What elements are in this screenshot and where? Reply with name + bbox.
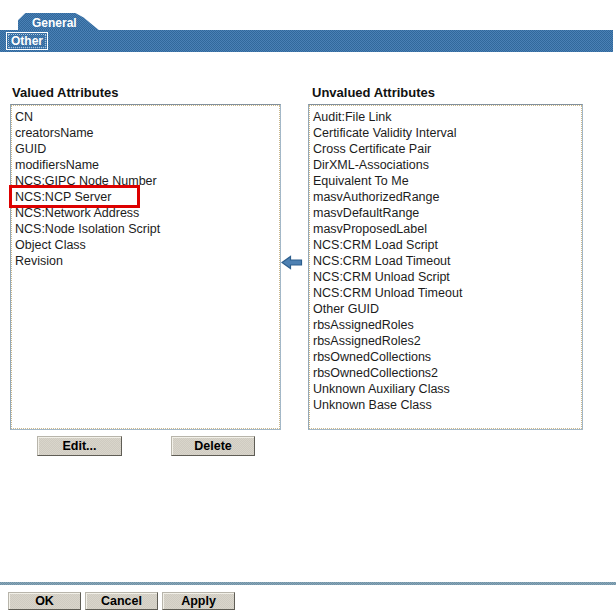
list-item[interactable]: Audit:File Link [309,109,582,125]
list-item[interactable]: Equivalent To Me [309,173,582,189]
divider-line [0,582,616,585]
list-item[interactable]: creatorsName [11,125,280,141]
valued-attributes-title: Valued Attributes [12,85,118,100]
list-item[interactable]: NCS:Node Isolation Script [11,221,280,237]
move-left-arrow-icon[interactable] [281,255,303,270]
unvalued-attributes-title: Unvalued Attributes [312,85,435,100]
tab-other[interactable]: Other [6,32,48,50]
list-item[interactable]: Other GUID [309,301,582,317]
highlight-annotation-box [9,185,140,208]
list-item[interactable]: masvAuthorizedRange [309,189,582,205]
list-item[interactable]: NCS:CRM Load Timeout [309,253,582,269]
list-item[interactable]: CN [11,109,280,125]
list-item[interactable]: GUID [11,141,280,157]
list-item[interactable]: masvDefaultRange [309,205,582,221]
list-item[interactable]: rbsAssignedRoles [309,317,582,333]
list-item[interactable]: Revision [11,253,280,269]
list-item[interactable]: DirXML-Associations [309,157,582,173]
tab-other-label: Other [11,34,43,48]
list-item[interactable]: Cross Certificate Pair [309,141,582,157]
list-item[interactable]: NCS:CRM Load Script [309,237,582,253]
cancel-button[interactable]: Cancel [85,592,158,610]
tab-bar: Other [0,30,613,52]
list-item[interactable]: modifiersName [11,157,280,173]
delete-button[interactable]: Delete [171,436,255,456]
tab-general-label: General [32,16,77,30]
ok-button[interactable]: OK [8,592,81,610]
list-item[interactable]: rbsAssignedRoles2 [309,333,582,349]
list-item[interactable]: Certificate Validity Interval [309,125,582,141]
list-item[interactable]: NCS:CRM Unload Timeout [309,285,582,301]
tab-general[interactable]: General [18,13,100,31]
list-item[interactable]: Object Class [11,237,280,253]
apply-button[interactable]: Apply [162,592,235,610]
list-item[interactable]: Unknown Auxiliary Class [309,381,582,397]
attribute-editor-dialog: General Other Valued Attributes Unvalued… [0,0,616,613]
valued-attributes-list[interactable]: CNcreatorsNameGUIDmodifiersNameNCS:GIPC … [10,104,281,430]
list-item[interactable]: rbsOwnedCollections2 [309,365,582,381]
unvalued-attributes-list[interactable]: Audit:File LinkCertificate Validity Inte… [308,104,583,430]
list-item[interactable]: NCS:CRM Unload Script [309,269,582,285]
list-item[interactable]: rbsOwnedCollections [309,349,582,365]
list-item[interactable]: Unknown Base Class [309,397,582,413]
edit-button[interactable]: Edit... [37,436,122,456]
list-item[interactable]: masvProposedLabel [309,221,582,237]
